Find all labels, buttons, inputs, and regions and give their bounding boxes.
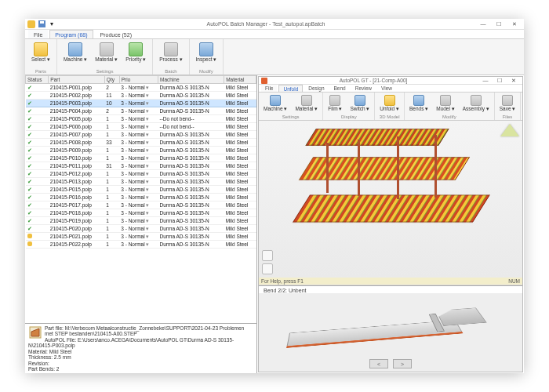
child-tab-design[interactable]: Design — [304, 85, 328, 92]
button-label: Bends ▾ — [409, 107, 428, 112]
assembly-button[interactable]: Assembly ▾ — [461, 93, 491, 114]
cell: ✔ — [26, 201, 49, 209]
process-button[interactable]: Process ▾ — [158, 41, 184, 64]
cell: Mild Steel — [224, 107, 256, 115]
col-material[interactable]: Material — [224, 76, 256, 84]
cell: 1 — [104, 186, 119, 194]
tab-program[interactable]: Program (68) — [49, 30, 93, 38]
cell: 210415-P011.polp — [49, 162, 105, 170]
table-row[interactable]: 210415-P022.polp13 - Normal ▾Durma AD-S … — [26, 241, 256, 249]
svg-rect-0 — [27, 20, 35, 28]
child-minimize-button[interactable]: — — [478, 77, 493, 85]
table-row[interactable]: ✔210415-P013.polp13 - Normal ▾Durma AD-S… — [26, 178, 256, 186]
minimize-button[interactable]: — — [476, 20, 490, 28]
material-button[interactable]: Material ▾ — [93, 41, 119, 64]
cell: Mild Steel — [224, 100, 256, 107]
table-row[interactable]: ✔210415-P010.polp13 - Normal ▾Durma AD-S… — [26, 154, 256, 162]
table-row[interactable]: ✔210415-P012.polp13 - Normal ▾Durma AD-S… — [26, 170, 256, 178]
cell: 3 - Normal ▾ — [119, 115, 158, 123]
table-row[interactable]: ✔210415-P006.polp13 - Normal ▾--Do not b… — [26, 123, 256, 131]
cell: Durma AD-S 30135-N — [158, 100, 224, 107]
table-row[interactable]: ✔210415-P020.polp13 - Normal ▾Durma AD-S… — [26, 225, 256, 233]
priority-button[interactable]: Priority ▾ — [124, 41, 147, 64]
cell: --Do not bend-- — [158, 115, 224, 123]
unfold-button[interactable]: Unfold ▾ — [378, 93, 401, 114]
status-ok-icon: ✔ — [27, 218, 32, 223]
table-row[interactable]: 210415-P021.polp13 - Normal ▾Durma AD-S … — [26, 233, 256, 241]
cell: 2 — [104, 84, 119, 92]
table-row[interactable]: ✔210415-P009.polp13 - Normal ▾Durma AD-S… — [26, 147, 256, 154]
bend-step-label: Bend 2/2: Unbent — [259, 286, 522, 293]
view-cube[interactable] — [500, 124, 519, 143]
child-maximize-button[interactable]: ☐ — [493, 77, 507, 85]
cell: Durma AD-S 30135-N — [158, 194, 224, 201]
tab-file[interactable]: File — [28, 30, 48, 38]
child-tab-unfold[interactable]: Unfold — [278, 85, 303, 92]
table-row[interactable]: ✔210415-P003.polp103 - Normal ▾Durma AD-… — [26, 100, 256, 107]
viewport-3d-assembly[interactable] — [259, 121, 522, 278]
viewport-fit-button[interactable] — [262, 263, 273, 274]
child-close-button[interactable]: ✕ — [507, 77, 521, 85]
viewport-bend: Bend 2/2: Unbent < > — [259, 285, 522, 372]
table-row[interactable]: ✔210415-P001.polp23 - Normal ▾Durma AD-S… — [26, 84, 256, 92]
cell: Mild Steel — [224, 147, 256, 154]
col-prio[interactable]: Prio — [119, 76, 158, 84]
tab-produce[interactable]: Produce (52) — [95, 30, 137, 38]
material-icon — [100, 42, 114, 56]
model-button[interactable]: Model ▾ — [434, 93, 456, 114]
bend-canvas[interactable]: < > — [259, 293, 522, 372]
qat-dropdown-icon[interactable]: ▾ — [48, 20, 56, 28]
material-button[interactable]: Material ▾ — [293, 93, 319, 114]
cell: Durma AD-S 30135-N — [158, 84, 224, 92]
bends-icon — [413, 95, 424, 106]
cell: ✔ — [26, 84, 49, 92]
table-row[interactable]: ✔210415-P004.polp23 - Normal ▾Durma AD-S… — [26, 107, 256, 115]
film-button[interactable]: Film ▾ — [326, 93, 344, 114]
table-row[interactable]: ✔210415-P007.polp13 - Normal ▾Durma AD-S… — [26, 131, 256, 139]
cell: 210415-P013.polp — [49, 178, 105, 186]
child-tab-view[interactable]: View — [377, 85, 396, 92]
child-tab-bend[interactable]: Bend — [330, 85, 350, 92]
cell: Durma AD-S 30135-N — [158, 217, 224, 225]
maximize-button[interactable]: ☐ — [492, 20, 506, 28]
save-icon[interactable] — [38, 20, 45, 28]
close-button[interactable]: ✕ — [507, 20, 522, 28]
status-ok-icon: ✔ — [27, 179, 32, 184]
table-row[interactable]: ✔210415-P005.polp13 - Normal ▾--Do not b… — [26, 115, 256, 123]
switch-button[interactable]: Switch ▾ — [348, 93, 371, 114]
machine-button[interactable]: Machine ▾ — [262, 93, 289, 114]
save-button[interactable]: Save ▾ — [498, 93, 518, 114]
group-label: 3D Model — [378, 114, 401, 120]
child-tab-review[interactable]: Review — [351, 85, 376, 92]
table-row[interactable]: ✔210415-P008.polp333 - Normal ▾Durma AD-… — [26, 139, 256, 147]
cell: 3 - Normal ▾ — [119, 170, 158, 178]
status-ok-icon: ✔ — [27, 202, 32, 208]
parts-table-scroll[interactable]: StatusPartQtyPrioMachineMaterial ✔210415… — [25, 75, 256, 323]
table-row[interactable]: ✔210415-P018.polp13 - Normal ▾Durma AD-S… — [26, 209, 256, 217]
table-row[interactable]: ✔210415-P015.polp13 - Normal ▾Durma AD-S… — [26, 186, 256, 194]
cell: Durma AD-S 30135-N — [158, 107, 224, 115]
table-row[interactable]: ✔210415-P017.polp13 - Normal ▾Durma AD-S… — [26, 201, 256, 209]
assembly-model — [287, 125, 491, 243]
table-row[interactable]: ✔210415-P016.polp13 - Normal ▾Durma AD-S… — [26, 194, 256, 201]
bends-button[interactable]: Bends ▾ — [408, 93, 430, 114]
cell: Mild Steel — [224, 139, 256, 147]
select-button[interactable]: Select ▾ — [30, 41, 52, 64]
table-row[interactable]: ✔210415-P002.polp113 - Normal ▾Durma AD-… — [26, 92, 256, 100]
table-row[interactable]: ✔210415-P019.polp13 - Normal ▾Durma AD-S… — [26, 217, 256, 225]
machine-button[interactable]: Machine ▾ — [62, 41, 89, 64]
col-machine[interactable]: Machine — [158, 76, 224, 84]
col-part[interactable]: Part — [49, 76, 105, 84]
table-row[interactable]: ✔210415-P011.polp313 - Normal ▾Durma AD-… — [26, 162, 256, 170]
quick-access-toolbar: ▾ — [27, 20, 56, 28]
child-tab-file[interactable]: File — [261, 85, 277, 92]
inspect-button[interactable]: Inspect ▾ — [195, 41, 219, 64]
bend-next-button[interactable]: > — [393, 359, 412, 368]
col-qty[interactable]: Qty — [104, 76, 119, 84]
col-status[interactable]: Status — [26, 76, 49, 84]
viewport-mode-button[interactable] — [262, 250, 273, 261]
bend-prev-button[interactable]: < — [369, 359, 388, 368]
cell: 1 — [104, 154, 119, 162]
assembly-icon — [471, 95, 482, 106]
titlebar: ▾ AutoPOL Batch Manager - Test_autopol.a… — [25, 19, 524, 30]
